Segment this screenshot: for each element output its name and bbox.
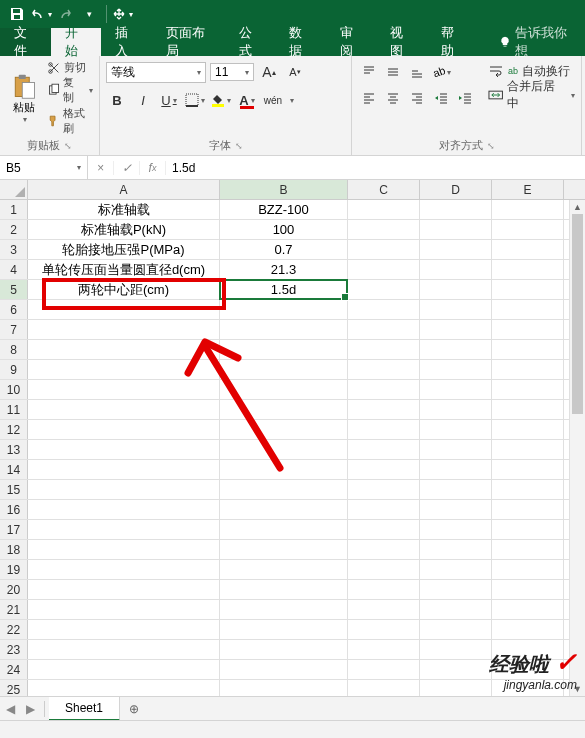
cell[interactable] — [420, 580, 492, 599]
cell-a5[interactable]: 两轮中心距(cm) — [28, 280, 220, 299]
cell[interactable] — [220, 500, 348, 519]
cell[interactable] — [348, 620, 420, 639]
row-header[interactable]: 23 — [0, 640, 28, 659]
row-header[interactable]: 11 — [0, 400, 28, 419]
cell[interactable] — [420, 400, 492, 419]
cell[interactable] — [28, 460, 220, 479]
cell[interactable] — [220, 460, 348, 479]
row-header[interactable]: 8 — [0, 340, 28, 359]
cell[interactable] — [220, 560, 348, 579]
cell-a1[interactable]: 标准轴载 — [28, 200, 220, 219]
row-header[interactable]: 13 — [0, 440, 28, 459]
cell[interactable] — [348, 260, 420, 279]
cell[interactable] — [28, 560, 220, 579]
phonetic-button[interactable]: wén — [262, 89, 284, 111]
cell[interactable] — [220, 520, 348, 539]
underline-button[interactable]: U▾ — [158, 89, 180, 111]
row-header[interactable]: 2 — [0, 220, 28, 239]
qat-customize-icon[interactable]: ▾ — [78, 3, 100, 25]
cell[interactable] — [420, 600, 492, 619]
row-header[interactable]: 7 — [0, 320, 28, 339]
cell[interactable] — [492, 560, 564, 579]
cell[interactable] — [220, 320, 348, 339]
enter-formula-icon[interactable]: ✓ — [114, 161, 140, 175]
cell[interactable] — [348, 640, 420, 659]
cell-b4[interactable]: 21.3 — [220, 260, 348, 279]
align-left-button[interactable] — [358, 87, 380, 109]
cell[interactable] — [420, 420, 492, 439]
format-painter-button[interactable]: 格式刷 — [47, 106, 93, 136]
tab-formulas[interactable]: 公式 — [225, 28, 276, 56]
row-header[interactable]: 22 — [0, 620, 28, 639]
bold-button[interactable]: B — [106, 89, 128, 111]
cell[interactable] — [492, 500, 564, 519]
cell[interactable] — [420, 340, 492, 359]
cell[interactable] — [420, 480, 492, 499]
cell[interactable] — [28, 360, 220, 379]
cell[interactable] — [348, 400, 420, 419]
row-header[interactable]: 14 — [0, 460, 28, 479]
cell[interactable] — [28, 300, 220, 319]
cell[interactable] — [420, 380, 492, 399]
sheet-tab-sheet1[interactable]: Sheet1 — [49, 697, 120, 721]
col-header-a[interactable]: A — [28, 180, 220, 199]
row-header[interactable]: 24 — [0, 660, 28, 679]
row-header[interactable]: 4 — [0, 260, 28, 279]
cell[interactable] — [420, 440, 492, 459]
cell[interactable] — [348, 320, 420, 339]
row-header[interactable]: 16 — [0, 500, 28, 519]
formula-input[interactable]: 1.5d — [166, 156, 585, 179]
clipboard-launcher-icon[interactable]: ⤡ — [64, 141, 72, 151]
cell-b1[interactable]: BZZ-100 — [220, 200, 348, 219]
row-header[interactable]: 19 — [0, 560, 28, 579]
cell[interactable] — [420, 540, 492, 559]
align-middle-button[interactable] — [382, 61, 404, 83]
cell[interactable] — [28, 640, 220, 659]
cell[interactable] — [492, 480, 564, 499]
tab-view[interactable]: 视图 — [376, 28, 427, 56]
cell[interactable] — [492, 420, 564, 439]
cell[interactable] — [220, 640, 348, 659]
cell[interactable] — [420, 660, 492, 679]
cell[interactable] — [28, 600, 220, 619]
cell[interactable] — [348, 660, 420, 679]
cell[interactable] — [492, 620, 564, 639]
cell[interactable] — [220, 620, 348, 639]
name-box[interactable]: B5▾ — [0, 156, 88, 179]
cell[interactable] — [492, 240, 564, 259]
cell[interactable] — [348, 360, 420, 379]
paste-button[interactable]: 粘贴 ▾ — [6, 60, 43, 136]
align-center-button[interactable] — [382, 87, 404, 109]
merge-center-button[interactable]: 合并后居中▾ — [488, 84, 575, 106]
cell[interactable] — [220, 360, 348, 379]
scroll-thumb[interactable] — [572, 214, 583, 414]
cell[interactable] — [220, 480, 348, 499]
cell[interactable] — [492, 540, 564, 559]
cell[interactable] — [348, 340, 420, 359]
row-header[interactable]: 6 — [0, 300, 28, 319]
copy-button[interactable]: 复制▾ — [47, 75, 93, 105]
touch-mode-icon[interactable]: ▾ — [111, 3, 133, 25]
cell[interactable] — [28, 520, 220, 539]
scroll-down-icon[interactable]: ▼ — [570, 682, 585, 696]
scroll-up-icon[interactable]: ▲ — [570, 200, 585, 214]
cell[interactable] — [492, 640, 564, 659]
cell[interactable] — [28, 480, 220, 499]
cell[interactable] — [420, 220, 492, 239]
cell-a3[interactable]: 轮胎接地压强P(MPa) — [28, 240, 220, 259]
cell[interactable] — [28, 320, 220, 339]
tab-review[interactable]: 审阅 — [326, 28, 377, 56]
undo-icon[interactable]: ▾ — [30, 3, 52, 25]
cell[interactable] — [348, 480, 420, 499]
cell[interactable] — [348, 580, 420, 599]
col-header-b[interactable]: B — [220, 180, 348, 199]
cell[interactable] — [28, 620, 220, 639]
cell[interactable] — [348, 240, 420, 259]
cell[interactable] — [348, 600, 420, 619]
cell[interactable] — [420, 280, 492, 299]
col-header-c[interactable]: C — [348, 180, 420, 199]
cell[interactable] — [492, 400, 564, 419]
cell[interactable] — [492, 580, 564, 599]
grow-font-button[interactable]: A▴ — [258, 61, 280, 83]
cell[interactable] — [220, 420, 348, 439]
